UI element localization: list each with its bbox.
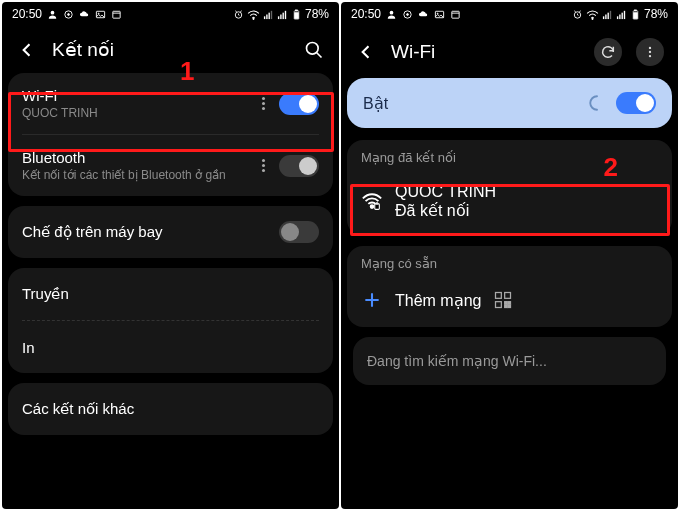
status-alarm-icon (233, 9, 244, 20)
refresh-button[interactable] (594, 38, 622, 66)
svg-rect-9 (266, 14, 267, 19)
available-section-header: Mạng có sẵn (347, 246, 672, 277)
bluetooth-row[interactable]: Bluetooth Kết nối tới các thiết bị Bluet… (8, 135, 333, 196)
wifi-subtitle: QUOC TRINH (22, 106, 258, 120)
search-button[interactable] (303, 39, 325, 61)
cast-row[interactable]: Truyền (8, 268, 333, 320)
status-image-icon (434, 9, 445, 20)
status-battery-percent: 78% (305, 7, 329, 21)
page-title: Wi-Fi (391, 41, 580, 63)
airplane-title: Chế độ trên máy bay (22, 223, 279, 241)
more-button[interactable] (636, 38, 664, 66)
status-person-icon (386, 9, 397, 20)
svg-rect-33 (619, 14, 620, 19)
svg-rect-25 (452, 11, 459, 18)
status-time: 20:50 (12, 7, 42, 21)
svg-rect-31 (610, 10, 611, 18)
airplane-row[interactable]: Chế độ trên máy bay (8, 206, 333, 258)
svg-rect-13 (280, 14, 281, 19)
status-signal-icon (602, 9, 613, 20)
status-person-icon (47, 9, 58, 20)
status-calendar-icon (111, 9, 122, 20)
svg-point-20 (390, 10, 394, 14)
status-battery-icon (291, 9, 302, 20)
svg-rect-37 (635, 9, 637, 10)
back-button[interactable] (16, 39, 38, 61)
bluetooth-subtitle: Kết nối tới các thiết bị Bluetooth ở gần (22, 168, 258, 182)
svg-point-40 (649, 51, 651, 53)
status-bar: 20:50 78% (2, 2, 339, 26)
status-target-icon (63, 9, 74, 20)
wifi-signal-icon (361, 191, 383, 213)
svg-rect-8 (264, 16, 265, 19)
status-cloud-icon (79, 9, 90, 20)
svg-point-0 (51, 10, 55, 14)
svg-point-22 (407, 13, 409, 15)
wifi-toggle[interactable] (279, 93, 319, 115)
svg-point-41 (649, 55, 651, 57)
bluetooth-title: Bluetooth (22, 149, 258, 166)
status-calendar-icon (450, 9, 461, 20)
svg-rect-47 (496, 302, 502, 308)
svg-point-42 (371, 205, 374, 208)
svg-rect-30 (607, 12, 608, 18)
svg-rect-29 (605, 14, 606, 19)
status-signal-icon (263, 9, 274, 20)
svg-rect-51 (508, 302, 511, 305)
status-time: 20:50 (351, 7, 381, 21)
svg-rect-10 (268, 12, 269, 18)
svg-rect-32 (617, 16, 618, 19)
bluetooth-more-icon[interactable] (258, 159, 269, 172)
connections-screen: 20:50 78% Kết nối 1 (2, 2, 339, 509)
status-wifi-icon (586, 9, 599, 20)
status-wifi-icon (247, 9, 260, 20)
svg-rect-34 (621, 12, 622, 18)
plus-icon (361, 289, 383, 311)
wifi-main-toggle[interactable] (616, 92, 656, 114)
svg-point-7 (253, 18, 254, 19)
svg-rect-38 (634, 12, 638, 18)
airplane-toggle[interactable] (279, 221, 319, 243)
status-cloud-icon (418, 9, 429, 20)
svg-rect-28 (603, 16, 604, 19)
wifi-row[interactable]: Wi-Fi QUOC TRINH (8, 73, 333, 134)
status-target-icon (402, 9, 413, 20)
svg-rect-5 (113, 11, 120, 18)
status-bar: 20:50 78% (341, 2, 678, 26)
svg-rect-48 (505, 302, 508, 305)
scanning-card: Đang tìm kiếm mạng Wi-Fi... (353, 337, 666, 385)
status-signal2-icon (616, 9, 627, 20)
svg-point-27 (592, 18, 593, 19)
svg-point-39 (649, 47, 651, 49)
svg-rect-17 (296, 9, 298, 10)
svg-rect-35 (624, 10, 625, 18)
bluetooth-toggle[interactable] (279, 155, 319, 177)
print-row[interactable]: In (8, 321, 333, 373)
status-battery-percent: 78% (644, 7, 668, 21)
connected-network-row[interactable]: QUOC TRINH Đã kết nối (347, 171, 672, 232)
status-image-icon (95, 9, 106, 20)
page-title: Kết nối (52, 38, 289, 61)
wifi-on-card: Bật (347, 78, 672, 128)
back-button[interactable] (355, 41, 377, 63)
print-title: In (22, 339, 319, 356)
add-network-row[interactable]: Thêm mạng (347, 277, 672, 323)
svg-rect-18 (295, 12, 299, 18)
svg-rect-50 (505, 305, 508, 308)
qr-icon[interactable] (493, 290, 513, 310)
wifi-title: Wi-Fi (22, 87, 258, 104)
svg-rect-45 (496, 293, 502, 299)
status-battery-icon (630, 9, 641, 20)
status-signal2-icon (277, 9, 288, 20)
svg-rect-11 (271, 10, 272, 18)
svg-point-19 (307, 42, 319, 54)
wifi-on-label: Bật (363, 94, 588, 113)
cast-title: Truyền (22, 285, 319, 303)
header: Kết nối (2, 26, 339, 73)
wifi-more-icon[interactable] (258, 97, 269, 110)
loading-icon (588, 94, 606, 112)
svg-rect-14 (282, 12, 283, 18)
wifi-screen: 20:50 78% Wi-Fi (341, 2, 678, 509)
other-connections-row[interactable]: Các kết nối khác (8, 383, 333, 435)
svg-point-2 (68, 13, 70, 15)
